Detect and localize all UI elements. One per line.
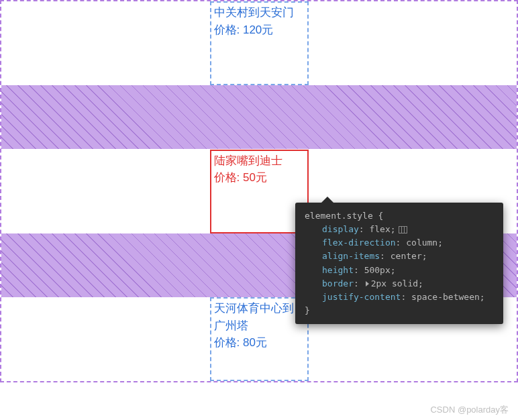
css-colon: :: [380, 251, 391, 261]
css-semicolon: ;: [480, 292, 485, 302]
css-colon: :: [354, 265, 364, 275]
css-declaration[interactable]: align-items: center;: [305, 250, 494, 263]
css-property: flex-direction: [322, 238, 396, 248]
css-declaration[interactable]: justify-content: space-between;: [305, 291, 494, 304]
css-declaration[interactable]: height: 500px;: [305, 264, 494, 277]
css-property: border: [322, 278, 354, 288]
css-property: display: [322, 224, 359, 234]
css-property: height: [322, 265, 354, 275]
route-card[interactable]: 天河体育中心到广州塔 价格: 80元: [210, 297, 309, 381]
flex-container[interactable]: 中关村到天安门 价格: 120元 陆家嘴到迪士 价格: 50元 天河体育中心到广…: [0, 0, 518, 382]
css-semicolon: ;: [391, 265, 396, 275]
flex-gap-highlight: [1, 85, 517, 149]
css-semicolon: ;: [422, 251, 427, 261]
css-colon: :: [401, 292, 411, 302]
css-declaration[interactable]: display: flex;: [305, 223, 494, 236]
css-value: 500px: [364, 265, 391, 275]
card-route-text: 中关村到天安门: [214, 4, 305, 21]
expand-triangle-icon[interactable]: [366, 281, 369, 286]
css-semicolon: ;: [391, 224, 396, 234]
css-value: center: [391, 251, 422, 261]
css-colon: :: [359, 224, 370, 234]
card-price-text: 价格: 80元: [214, 334, 305, 352]
css-colon: :: [396, 238, 407, 248]
css-value: space-between: [411, 292, 480, 302]
css-semicolon: ;: [437, 238, 443, 248]
card-route-text: 陆家嘴到迪士: [214, 152, 305, 170]
devtools-styles-tooltip[interactable]: element.style { display: flex;flex-direc…: [295, 203, 503, 324]
watermark: CSDN @polarday客: [430, 404, 509, 416]
css-value: flex: [369, 224, 390, 234]
css-property: justify-content: [322, 292, 401, 302]
card-route-text: 天河体育中心到广州塔: [214, 300, 305, 334]
css-declaration[interactable]: border: 2px solid;: [305, 277, 494, 291]
css-declaration[interactable]: flex-direction: column;: [305, 236, 494, 250]
css-selector: element.style: [305, 211, 373, 221]
card-price-text: 价格: 50元: [214, 169, 305, 187]
css-property: align-items: [322, 251, 380, 261]
css-value: 2px solid: [371, 278, 418, 288]
brace-open: {: [378, 211, 384, 221]
brace-close: }: [305, 305, 310, 315]
css-semicolon: ;: [418, 278, 423, 288]
css-colon: :: [354, 278, 364, 288]
css-value: column: [406, 238, 437, 248]
flex-badge-icon[interactable]: [399, 226, 407, 233]
route-card[interactable]: 中关村到天安门 价格: 120元: [210, 1, 309, 85]
route-card-selected[interactable]: 陆家嘴到迪士 价格: 50元: [210, 150, 309, 233]
card-price-text: 价格: 120元: [214, 21, 305, 39]
